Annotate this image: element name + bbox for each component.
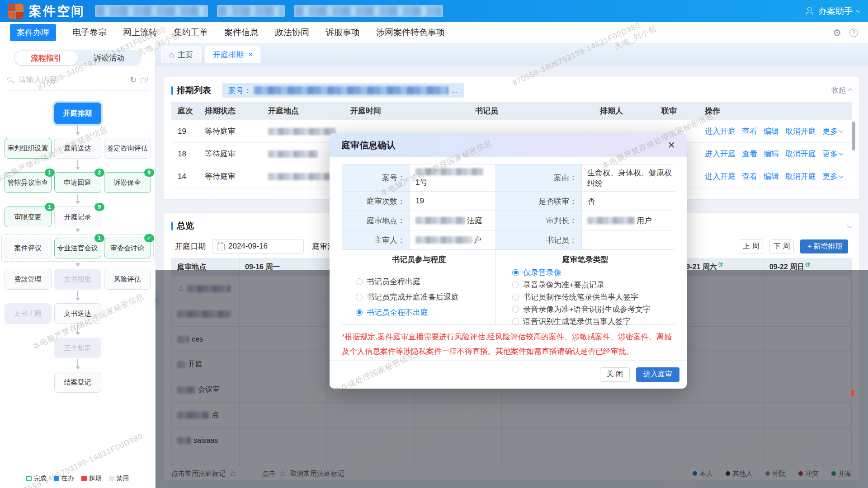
- nav-tab-电子卷宗[interactable]: 电子卷宗: [72, 27, 107, 38]
- flow-node-庭前送达[interactable]: 庭前送达: [54, 138, 101, 159]
- scrollbar-thumb[interactable]: [852, 122, 855, 150]
- action-编辑[interactable]: 编辑: [764, 171, 779, 182]
- value-text: 否: [587, 196, 595, 206]
- hearing-seq: 14: [178, 172, 205, 181]
- sidebar-tab-group: 流程指引 诉讼活动: [14, 50, 142, 66]
- action-查看[interactable]: 查看: [742, 149, 757, 159]
- field-label: 审判长：: [495, 211, 581, 230]
- hearing-seq: 18: [178, 150, 205, 159]
- flow-node-三个规定[interactable]: 三个规定: [54, 338, 101, 358]
- rest-day-mark: 休: [718, 261, 724, 269]
- flow-node-申请回避[interactable]: 申请回避2: [54, 172, 101, 193]
- close-button[interactable]: 关 闭: [600, 367, 630, 382]
- action-进入开庭[interactable]: 进入开庭: [705, 149, 736, 159]
- radio-option-书记员全程出庭[interactable]: 书记员全程出庭: [356, 277, 420, 287]
- settings-gear-icon[interactable]: ⚙: [833, 28, 841, 38]
- flow-node-管辖异议审查[interactable]: 管辖异议审查1: [5, 172, 52, 193]
- legend-label: 完成: [34, 474, 47, 483]
- radio-dot-icon: [356, 278, 363, 285]
- radio-label: 书记员完成开庭准备后退庭: [367, 292, 459, 302]
- tab-court-schedule[interactable]: 开庭排期 ×: [205, 46, 260, 63]
- radio-option-书记员全程不出庭[interactable]: 书记员全程不出庭: [356, 307, 428, 318]
- radio-option-书记员制作传统笔录供当事人签字[interactable]: 书记员制作传统笔录供当事人签字: [512, 292, 638, 302]
- nav-tab-案件办理[interactable]: 案件办理: [10, 24, 56, 41]
- action-更多[interactable]: 更多: [822, 149, 843, 159]
- redacted-value: [415, 236, 472, 244]
- column-header: 开庭时间: [350, 106, 475, 116]
- radio-label: 书记员制作传统笔录供当事人签字: [523, 292, 638, 302]
- flow-node-label: 结案登记: [64, 378, 91, 387]
- flow-node-结案登记[interactable]: 结案登记: [54, 372, 101, 393]
- action-编辑[interactable]: 编辑: [764, 149, 779, 159]
- tab-home[interactable]: ⌂ 主页: [161, 46, 201, 63]
- flow-node-审委会讨论[interactable]: 审委会讨论✓: [104, 238, 151, 258]
- radio-option-录音录像为准+语音识别生成参考文字[interactable]: 录音录像为准+语音识别生成参考文字: [512, 304, 651, 314]
- action-进入开庭[interactable]: 进入开庭: [705, 126, 736, 136]
- flow-node-文书报批[interactable]: 文书报批: [54, 269, 101, 290]
- search-icon: [7, 77, 14, 84]
- flow-node-label: 审委会讨论: [110, 244, 144, 253]
- dialog-header: 庭审信息确认 ×: [330, 133, 687, 157]
- row-actions: 进入开庭查看编辑取消开庭更多: [705, 126, 852, 136]
- add-schedule-button[interactable]: ＋新增排期: [800, 239, 848, 253]
- radio-label: 语音识别生成笔录供当事人签字: [523, 316, 631, 327]
- tab-litigation-activity[interactable]: 诉讼活动: [78, 51, 141, 65]
- flow-legend-item: 超期: [81, 474, 102, 483]
- flow-legend-item: 在办: [54, 474, 74, 483]
- action-取消开庭[interactable]: 取消开庭: [785, 126, 816, 136]
- collapse-overview-icon[interactable]: [847, 222, 853, 228]
- action-进入开庭[interactable]: 进入开庭: [705, 171, 736, 182]
- nav-tab-案件信息[interactable]: 案件信息: [224, 27, 259, 38]
- radio-option-录音录像为准+要点记录[interactable]: 录音录像为准+要点记录: [512, 280, 604, 290]
- next-week-button[interactable]: 下 周: [769, 239, 794, 253]
- close-tab-icon[interactable]: ×: [248, 50, 253, 59]
- field-value-案号：: 1号: [410, 164, 495, 191]
- flow-node-案件评议[interactable]: 案件评议: [5, 238, 52, 258]
- value-text: 19: [415, 197, 424, 206]
- flow-node-开庭排期[interactable]: 开庭排期: [54, 103, 101, 124]
- collapse-button[interactable]: 收起: [831, 86, 852, 95]
- refresh-icon[interactable]: ↻: [130, 75, 137, 85]
- action-取消开庭[interactable]: 取消开庭: [785, 171, 816, 182]
- action-查看[interactable]: 查看: [742, 171, 757, 182]
- nav-tab-涉网案件特色事项[interactable]: 涉网案件特色事项: [376, 27, 445, 38]
- flow-node-审限变更[interactable]: 审限变更1: [5, 206, 52, 227]
- flow-node-鉴定咨询评估[interactable]: 鉴定咨询评估: [104, 138, 151, 159]
- action-更多[interactable]: 更多: [822, 126, 843, 136]
- action-取消开庭[interactable]: 取消开庭: [785, 149, 816, 159]
- flow-node-label: 鉴定咨询评估: [107, 144, 148, 153]
- nav-tab-网上流转[interactable]: 网上流转: [123, 27, 157, 38]
- flow-node-开庭记录[interactable]: 开庭记录9: [54, 206, 101, 227]
- flow-node-文书上网[interactable]: 文书上网: [5, 303, 52, 324]
- flow-node-审判组织设置[interactable]: 审判组织设置: [5, 138, 52, 159]
- nav-tab-政法协同[interactable]: 政法协同: [275, 27, 309, 38]
- date-input[interactable]: 2024-09-16: [212, 239, 304, 253]
- layers-icon[interactable]: [140, 77, 148, 84]
- enter-hearing-button[interactable]: 进入庭审: [636, 367, 679, 382]
- tab-process-guide[interactable]: 流程指引: [15, 51, 78, 65]
- field-label: 主审人：: [342, 230, 410, 249]
- action-编辑[interactable]: 编辑: [764, 126, 779, 136]
- nav-tab-诉服事项[interactable]: 诉服事项: [326, 27, 360, 38]
- section-header-书记员参与程度: 书记员参与程度: [342, 249, 495, 269]
- help-icon[interactable]: ?: [849, 28, 858, 37]
- flow-node-专业法官会议[interactable]: 专业法官会议1: [54, 238, 101, 258]
- radio-option-书记员完成开庭准备后退庭[interactable]: 书记员完成开庭准备后退庭: [356, 292, 459, 302]
- column-header: 排期状态: [205, 106, 268, 116]
- search-input[interactable]: [18, 75, 122, 85]
- action-更多[interactable]: 更多: [822, 171, 843, 182]
- radio-option-仅录音录像[interactable]: 仅录音录像: [512, 267, 561, 278]
- assistant-menu[interactable]: 办案助手: [805, 5, 860, 17]
- flow-node-诉讼保全[interactable]: 诉讼保全9: [104, 172, 151, 193]
- flow-dashed-group: 案件评议专业法官会议1审委会讨论✓: [1, 235, 154, 262]
- action-查看[interactable]: 查看: [742, 126, 757, 136]
- flow-node-风险评估[interactable]: 风险评估: [104, 269, 151, 290]
- prev-week-button[interactable]: 上 周: [739, 239, 763, 253]
- assistant-label: 办案助手: [818, 5, 853, 17]
- flow-node-费款管理[interactable]: 费款管理: [5, 269, 52, 290]
- close-dialog-icon[interactable]: ×: [668, 139, 675, 151]
- nav-tab-集约工单[interactable]: 集约工单: [174, 27, 208, 38]
- flow-node-文书送达[interactable]: 文书送达: [54, 303, 101, 324]
- flow-arrow-down-icon: [0, 193, 155, 206]
- radio-option-语音识别生成笔录供当事人签字[interactable]: 语音识别生成笔录供当事人签字: [512, 316, 631, 327]
